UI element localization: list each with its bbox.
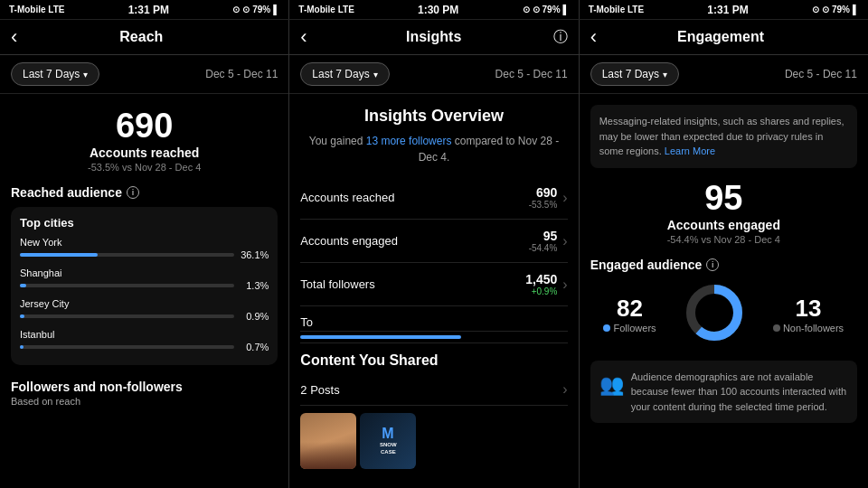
carrier-1: T-Mobile LTE (9, 5, 64, 14)
status-bar-panel1: T-Mobile LTE 1:31 PM ⊙⊙79%▌ (0, 0, 289, 19)
time-2: 1:30 PM (418, 4, 458, 16)
metric-value-1: 95 (529, 229, 558, 243)
nav-title-engagement: Engagement (604, 29, 837, 45)
nav-bar-reach: ‹ Reach (0, 20, 288, 55)
donut-chart (683, 281, 746, 348)
metric-change-2: +0.9% (525, 286, 557, 296)
partial-row-2 (300, 332, 567, 343)
thumbnail-person[interactable] (300, 413, 356, 469)
info-icon-insights-nav[interactable]: ⓘ (553, 28, 568, 47)
followers-section-sub: Based on reach (11, 396, 278, 407)
chevron-down-icon-2: ▾ (373, 70, 378, 80)
carrier-3: T-Mobile LTE (589, 5, 644, 14)
city-name-3: Istanbul (20, 329, 269, 340)
demo-notice: 👥 Audience demographics are not availabl… (590, 361, 857, 424)
chevron-right-icon-2: › (562, 277, 567, 293)
nav-title-reach: Reach (24, 29, 258, 45)
section-reached-audience: Reached audience i (11, 185, 278, 200)
stat-non-followers-label: Non-followers (773, 323, 844, 333)
reach-count: 690 (11, 107, 278, 145)
city-bar-0 (20, 253, 98, 257)
filter-btn-engagement[interactable]: Last 7 Days ▾ (590, 62, 679, 86)
filter-bar-engagement: Last 7 Days ▾ Dec 5 - Dec 11 (580, 55, 868, 94)
carrier-2: T-Mobile LTE (298, 5, 354, 14)
city-bar-3 (20, 345, 24, 349)
panel-engagement: ‹ Engagement Last 7 Days ▾ Dec 5 - Dec 1… (580, 20, 868, 488)
posts-label: 2 Posts (300, 383, 339, 397)
partial-row-1: To (300, 306, 567, 332)
content-section-title: Content You Shared (300, 352, 567, 369)
back-icon-insights[interactable]: ‹ (300, 25, 307, 49)
info-icon-reached[interactable]: i (127, 186, 139, 199)
thumbnail-event[interactable]: M SNOWCASE (360, 413, 416, 469)
insights-overview-title: Insights Overview (300, 107, 567, 126)
city-name-0: New York (20, 237, 269, 248)
battery-3: ⊙⊙79%▌ (812, 5, 859, 14)
time-1: 1:31 PM (128, 4, 169, 16)
city-pct-0: 36.1% (240, 249, 269, 260)
metric-label-2: Total followers (300, 277, 374, 291)
nav-bar-insights: ‹ Insights ⓘ (289, 20, 578, 55)
engagement-label: Accounts engaged (590, 218, 857, 232)
reach-label: Accounts reached (11, 145, 278, 160)
city-pct-2: 0.9% (240, 311, 269, 322)
engagement-count: 95 (590, 179, 857, 218)
status-bar-panel2: T-Mobile LTE 1:30 PM ⊙⊙79%▌ (289, 0, 579, 19)
panel-insights: ‹ Insights ⓘ Last 7 Days ▾ Dec 5 - Dec 1… (289, 20, 579, 488)
city-row-0: New York 36.1% (20, 237, 269, 260)
learn-more-link[interactable]: Learn More (665, 145, 715, 156)
chevron-right-icon-1: › (562, 233, 567, 249)
battery-2: ⊙⊙79%▌ (523, 5, 570, 14)
city-row-1: Shanghai 1.3% (20, 267, 269, 291)
people-icon: 👥 (599, 370, 624, 415)
metric-row-2[interactable]: Total followers 1,450 +0.9% › (300, 263, 567, 306)
filter-btn-insights[interactable]: Last 7 Days ▾ (300, 62, 389, 86)
thumb-event-text: SNOWCASE (380, 442, 397, 456)
date-range-engagement: Dec 5 - Dec 11 (785, 68, 857, 80)
cities-box: Top cities New York 36.1% Shanghai (11, 207, 278, 365)
metric-value-2: 1,450 (525, 272, 557, 286)
nav-title-insights: Insights (315, 29, 553, 45)
time-3: 1:31 PM (707, 4, 748, 16)
date-range-reach: Dec 5 - Dec 11 (205, 68, 278, 80)
messaging-notice: Messaging-related insights, such as shar… (590, 105, 857, 168)
date-range-insights: Dec 5 - Dec 11 (495, 68, 568, 80)
city-bar-1 (20, 284, 26, 287)
metric-value-0: 690 (529, 185, 558, 200)
status-bar-panel3: T-Mobile LTE 1:31 PM ⊙⊙79%▌ (580, 0, 868, 19)
engagement-change: -54.4% vs Nov 28 - Dec 4 (590, 234, 857, 245)
chevron-right-icon-0: › (562, 190, 567, 206)
back-icon-reach[interactable]: ‹ (11, 25, 17, 49)
reach-big-number: 690 Accounts reached -53.5% vs Nov 28 - … (11, 107, 278, 173)
stat-non-followers: 13 Non-followers (773, 295, 844, 333)
city-row-2: Jersey City 0.9% (20, 298, 269, 322)
back-icon-engagement[interactable]: ‹ (590, 25, 597, 49)
battery-1: ⊙⊙79%▌ (232, 5, 279, 14)
city-name-2: Jersey City (20, 298, 269, 309)
dot-blue (603, 324, 610, 332)
reach-change: -53.5% vs Nov 28 - Dec 4 (11, 162, 278, 173)
panel-reach: ‹ Reach Last 7 Days ▾ Dec 5 - Dec 11 690… (0, 20, 289, 488)
section-engaged-audience: Engaged audience i (590, 258, 857, 272)
metric-row-1[interactable]: Accounts engaged 95 -54.4% › (300, 220, 567, 263)
metric-label-0: Accounts reached (300, 191, 394, 204)
stat-followers: 82 Followers (603, 295, 656, 333)
posts-link[interactable]: 2 Posts › (300, 374, 567, 406)
insights-overview-subtitle: You gained 13 more followers compared to… (300, 133, 567, 165)
city-row-3: Istanbul 0.7% (20, 329, 269, 352)
metric-change-1: -54.4% (529, 243, 558, 253)
chevron-right-posts: › (562, 381, 567, 398)
nav-bar-engagement: ‹ Engagement (580, 20, 868, 55)
info-icon-engaged[interactable]: i (706, 258, 719, 271)
filter-btn-reach[interactable]: Last 7 Days ▾ (11, 62, 99, 86)
city-bar-2 (20, 314, 24, 318)
filter-bar-insights: Last 7 Days ▾ Dec 5 - Dec 11 (289, 55, 578, 94)
followers-section-title: Followers and non-followers (11, 380, 278, 394)
chevron-down-icon: ▾ (83, 70, 88, 80)
metric-label-1: Accounts engaged (300, 234, 398, 248)
metric-row-0[interactable]: Accounts reached 690 -53.5% › (300, 176, 567, 220)
metric-change-0: -53.5% (529, 200, 558, 210)
city-pct-1: 1.3% (240, 280, 269, 291)
stat-followers-label: Followers (603, 323, 656, 333)
engagement-big-number: 95 Accounts engaged -54.4% vs Nov 28 - D… (590, 179, 857, 245)
